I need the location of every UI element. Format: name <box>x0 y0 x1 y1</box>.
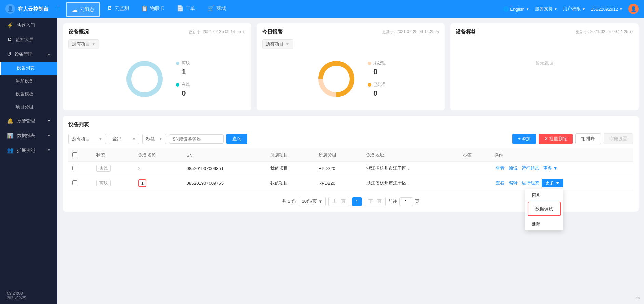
nav-item-work-order[interactable]: 📄 工单 <box>171 0 201 18</box>
col-name: 设备名称 <box>134 148 183 162</box>
select-all-checkbox[interactable] <box>72 152 77 157</box>
per-page-select[interactable]: 10条/页 ▼ <box>299 197 326 206</box>
service-selector[interactable]: 服务支持 ▼ <box>535 6 558 12</box>
alarm-legend: 未处理 0 已处理 0 <box>368 60 386 98</box>
quick-start-icon: ⚡ <box>7 22 14 28</box>
device-tags-update: 更新于: 2021-02-25 09:14:25 ↻ <box>576 29 633 35</box>
prev-page-btn[interactable]: 上一页 <box>328 197 349 206</box>
nav-item-iot-card[interactable]: 📋 物联卡 <box>136 0 170 18</box>
sidebar-sub-add-device[interactable]: 添加设备 <box>0 75 57 88</box>
language-selector[interactable]: 🌐 English ▼ <box>503 6 529 12</box>
row1-sn[interactable]: 085201907009851 <box>182 162 266 175</box>
hamburger-btn[interactable]: ≡ <box>57 5 61 13</box>
sidebar-item-quick-start[interactable]: ⚡ 快速入门 <box>0 18 57 32</box>
dropdown-data-debug[interactable]: 数据调试 <box>528 202 561 216</box>
batch-delete-button[interactable]: ✕ 批量删除 <box>539 134 573 144</box>
row2-sn[interactable]: 085201907009765 <box>182 175 266 191</box>
cloud-monitor-icon: 🖥 <box>107 5 112 12</box>
device-table: 状态 设备名称 SN 所属项目 所属分组 设备地址 标签 操作 离线 <box>68 148 633 191</box>
alarm-refresh-icon[interactable]: ↻ <box>436 30 439 35</box>
next-page-btn[interactable]: 下一页 <box>365 197 386 206</box>
row2-edit-btn[interactable]: 编辑 <box>507 180 519 186</box>
page-1-btn[interactable]: 1 <box>352 197 362 206</box>
device-overview-filter[interactable]: 所有项目 ▼ <box>68 39 99 49</box>
tag-filter[interactable]: 标签 ▼ <box>142 134 166 144</box>
row2-run-config-btn[interactable]: 运行组态 <box>520 180 541 186</box>
more-wrap: 更多 ▼ 同步 数据调试 删除 <box>542 179 563 187</box>
row2-checkbox[interactable] <box>72 180 77 185</box>
project-filter-arrow-icon: ▼ <box>99 137 102 141</box>
sidebar-sub-device-list[interactable]: 设备列表 <box>0 62 57 75</box>
avatar[interactable]: 👤 <box>628 4 639 14</box>
nav-label-iot-card: 物联卡 <box>150 5 164 12</box>
row1-checkbox[interactable] <box>72 166 77 170</box>
nav-item-store[interactable]: 🛒 商城 <box>202 0 231 18</box>
col-status: 状态 <box>92 148 134 162</box>
sidebar-section-data-report[interactable]: 📊 数据报表 ▼ <box>0 128 57 143</box>
device-mgmt-icon: ↺ <box>7 51 11 57</box>
unhandled-dot <box>368 62 371 65</box>
sidebar-item-monitor-screen[interactable]: 🖥 监控大屏 <box>0 32 57 47</box>
sidebar-section-device-mgmt[interactable]: ↺ 设备管理 ▲ <box>0 47 57 62</box>
alarm-donut-chart <box>316 58 357 100</box>
sidebar-sub-device-template[interactable]: 设备模板 <box>0 88 57 101</box>
row1-edit-btn[interactable]: 编辑 <box>507 165 519 171</box>
row2-group: RPD220 <box>314 175 363 191</box>
refresh-icon[interactable]: ↻ <box>242 30 246 35</box>
phone-selector[interactable]: 15822092912 ▼ <box>591 6 623 12</box>
nav-label-store: 商城 <box>216 5 226 12</box>
col-tag: 标签 <box>459 148 491 162</box>
permission-selector[interactable]: 用户权限 ▼ <box>563 6 586 12</box>
today-alarm-update: 更新于: 2021-02-25 09:14:25 ↻ <box>382 29 439 35</box>
nav-item-cloud-config[interactable]: ☁ 云组态 <box>66 2 100 17</box>
dropdown-sync[interactable]: 同步 <box>525 189 563 202</box>
sidebar-label-quick-start: 快速入门 <box>17 22 35 28</box>
sidebar-section-alarm-mgmt[interactable]: 🔔 报警管理 ▼ <box>0 114 57 128</box>
online-value: 0 <box>176 89 190 98</box>
sidebar-section-extensions[interactable]: 👥 扩展功能 ▼ <box>0 143 57 158</box>
dropdown-delete[interactable]: 删除 <box>525 217 563 230</box>
add-button[interactable]: + 添加 <box>512 134 536 144</box>
tags-refresh-icon[interactable]: ↻ <box>630 30 633 35</box>
row1-view-btn[interactable]: 查看 <box>494 165 506 171</box>
sidebar-label-device-list: 设备列表 <box>17 65 35 70</box>
query-button[interactable]: 查询 <box>226 134 247 144</box>
date-display: 2021-02-25 <box>7 296 51 300</box>
row2-project: 我的项目 <box>266 175 314 191</box>
goto-input[interactable] <box>399 197 413 206</box>
dropdown-menu: 同步 数据调试 删除 <box>525 189 563 230</box>
language-arrow-icon: ▼ <box>526 7 529 11</box>
type-filter[interactable]: 全部 ▼ <box>109 134 139 144</box>
row1-more-btn[interactable]: 更多 ▼ <box>542 165 559 171</box>
sidebar-label-alarm-mgmt: 报警管理 <box>17 118 35 124</box>
sidebar-time: 09:24:08 2021-02-25 <box>0 287 57 304</box>
online-legend: 在线 0 <box>176 82 190 98</box>
today-alarm-filter[interactable]: 所有项目 ▼ <box>262 39 293 49</box>
sidebar-label-device-mgmt: 设备管理 <box>15 51 32 57</box>
sidebar-sub-project-group[interactable]: 项目分组 <box>0 101 57 114</box>
logo: 👤 有人云控制台 <box>5 4 49 14</box>
nav-item-cloud-monitor[interactable]: 🖥 云监测 <box>102 0 134 18</box>
type-filter-arrow-icon: ▼ <box>132 137 136 141</box>
project-filter[interactable]: 所有项目 ▼ <box>68 134 106 144</box>
row2-view-btn[interactable]: 查看 <box>494 180 506 186</box>
col-project: 所属项目 <box>266 148 314 162</box>
row2-address: 浙江省杭州市江干区... <box>362 175 458 191</box>
cards-row: 设备概况 更新于: 2021-02-25 09:14:25 ↻ 所有项目 ▼ <box>63 23 639 110</box>
tag-filter-label: 标签 <box>146 136 155 142</box>
sidebar-label-project-group: 项目分组 <box>16 104 33 109</box>
sn-input[interactable] <box>169 134 224 144</box>
sort-icon: ⇅ <box>581 136 585 142</box>
table-row: 离线 1 085201907009765 我的项目 RPD220 浙江省杭州市江… <box>68 175 633 191</box>
device-tags-title: 设备标签 <box>456 29 476 35</box>
device-overview-card: 设备概况 更新于: 2021-02-25 09:14:25 ↻ 所有项目 ▼ <box>63 23 251 110</box>
row1-run-config-btn[interactable]: 运行组态 <box>520 165 541 171</box>
unhandled-legend: 未处理 0 <box>368 60 386 76</box>
language-label: English <box>510 6 525 12</box>
row2-more-btn[interactable]: 更多 ▼ <box>542 179 563 187</box>
row1-name: 2 <box>134 162 183 175</box>
handled-dot <box>368 83 371 87</box>
app-title: 有人云控制台 <box>18 6 49 12</box>
cloud-config-icon: ☁ <box>72 6 78 13</box>
sort-button[interactable]: ⇅ 排序 <box>575 133 601 144</box>
